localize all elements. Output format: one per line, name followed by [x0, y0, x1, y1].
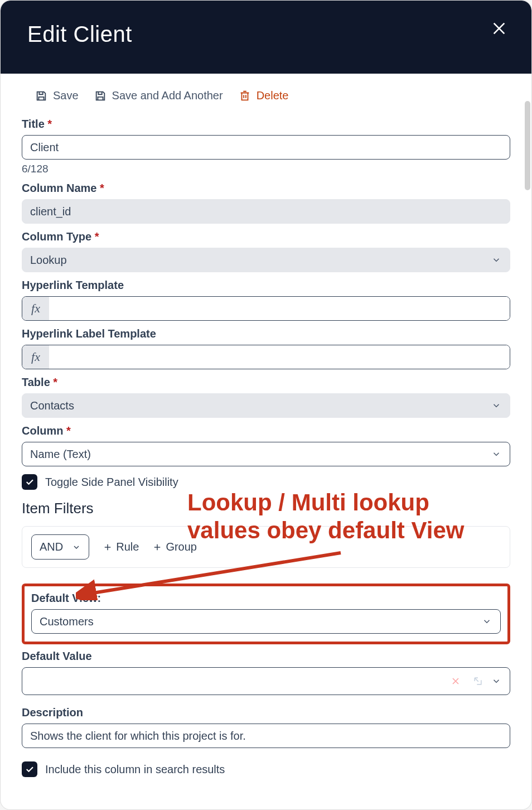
trash-icon — [239, 90, 251, 102]
modal-body: Save Save and Add Another Delete Title *… — [1, 74, 531, 809]
add-group-button[interactable]: Group — [152, 541, 197, 553]
hyperlink-template-field[interactable]: fx — [22, 296, 510, 321]
default-view-label: Default View: — [31, 592, 501, 605]
include-search-checkbox[interactable] — [22, 761, 37, 777]
hyperlink-label-template-field[interactable]: fx — [22, 345, 510, 369]
close-button[interactable] — [490, 20, 508, 37]
check-icon — [25, 764, 35, 774]
column-type-select[interactable]: Lookup — [22, 248, 510, 272]
add-group-label: Group — [166, 541, 197, 553]
add-rule-button[interactable]: Rule — [103, 541, 139, 553]
column-type-label: Column Type * — [22, 230, 510, 243]
title-char-count: 6/128 — [22, 163, 510, 175]
default-value-label: Default Value — [22, 650, 510, 663]
include-search-label: Include this column in search results — [45, 763, 225, 776]
chevron-down-icon — [72, 543, 81, 552]
check-icon — [25, 477, 35, 487]
title-label: Title * — [22, 118, 510, 131]
fx-icon: fx — [22, 297, 49, 320]
description-input[interactable] — [22, 724, 510, 748]
modal-title: Edit Client — [27, 22, 505, 47]
fx-icon: fx — [22, 345, 49, 369]
column-label: Column * — [22, 425, 510, 437]
save-add-another-button[interactable]: Save and Add Another — [94, 89, 223, 102]
close-icon — [490, 20, 508, 37]
default-view-highlight: Default View: Customers — [22, 584, 510, 644]
item-filters-heading: Item Filters — [22, 500, 510, 517]
scrollbar[interactable] — [525, 101, 530, 190]
default-view-select[interactable]: Customers — [31, 609, 501, 634]
save-add-label: Save and Add Another — [112, 89, 223, 102]
column-name-label: Column Name * — [22, 182, 510, 195]
open-external-icon[interactable] — [472, 676, 483, 687]
hyperlink-label-template-input[interactable] — [49, 345, 510, 369]
action-toolbar: Save Save and Add Another Delete — [22, 89, 510, 102]
hyperlink-template-label: Hyperlink Template — [22, 279, 510, 292]
toggle-side-panel-label: Toggle Side Panel Visibility — [45, 476, 178, 489]
column-name-input — [22, 199, 510, 224]
plus-icon — [103, 542, 113, 552]
delete-label: Delete — [257, 89, 289, 102]
filter-operator-select[interactable]: AND — [31, 534, 89, 560]
save-icon — [94, 90, 107, 102]
modal-header: Edit Client — [1, 1, 531, 74]
filter-operator-value: AND — [40, 541, 63, 553]
table-label: Table * — [22, 376, 510, 389]
column-select[interactable]: Name (Text) — [22, 442, 510, 466]
chevron-down-icon — [491, 676, 501, 686]
clear-icon[interactable] — [450, 676, 461, 687]
toggle-side-panel-checkbox[interactable] — [22, 474, 37, 490]
hyperlink-label-template-label: Hyperlink Label Template — [22, 327, 510, 340]
title-input[interactable] — [22, 135, 510, 160]
default-value-select[interactable] — [22, 667, 510, 695]
delete-button[interactable]: Delete — [239, 89, 289, 102]
description-label: Description — [22, 706, 510, 719]
save-button[interactable]: Save — [35, 89, 79, 102]
item-filters-bar: AND Rule Group — [22, 526, 510, 568]
save-icon — [35, 90, 47, 102]
plus-icon — [152, 542, 162, 552]
hyperlink-template-input[interactable] — [49, 297, 510, 320]
save-label: Save — [53, 89, 79, 102]
table-select[interactable]: Contacts — [22, 393, 510, 418]
add-rule-label: Rule — [116, 541, 139, 553]
